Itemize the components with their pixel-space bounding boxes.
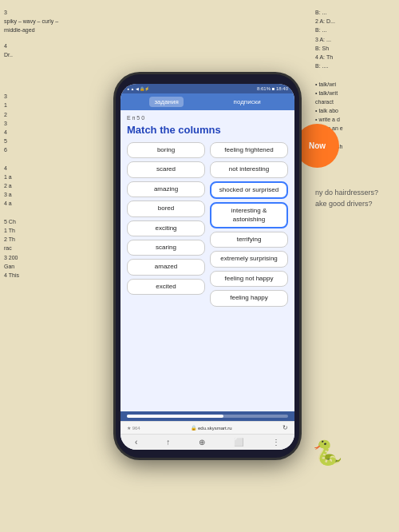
right-word-6[interactable]: extremely surprising bbox=[210, 251, 288, 267]
left-word-5[interactable]: exciting bbox=[127, 220, 205, 236]
snake-decoration: 🐍 bbox=[303, 420, 351, 484]
status-right: 8:61% ■ 18:40 bbox=[257, 86, 288, 91]
progress-area bbox=[120, 411, 294, 421]
tab-zadaniya[interactable]: задания bbox=[149, 97, 183, 107]
left-word-2[interactable]: scared bbox=[127, 161, 205, 177]
reload-icon[interactable]: ↻ bbox=[282, 424, 288, 431]
right-word-3[interactable]: shocked or surprised bbox=[210, 181, 288, 199]
left-word-3[interactable]: amazing bbox=[127, 181, 205, 197]
now-label: Now bbox=[309, 141, 326, 150]
progress-track bbox=[127, 415, 288, 418]
phone-device: ● ▲ ◀ 🔒⚡ 8:61% ■ 18:40 задания подписки … bbox=[116, 74, 299, 458]
left-column: boring scared amazing bored exciting sca… bbox=[127, 142, 205, 295]
share-button[interactable]: ↑ bbox=[166, 438, 170, 447]
lock-icon: 🔒 bbox=[191, 425, 196, 431]
right-word-1[interactable]: feeling frightened bbox=[210, 142, 288, 158]
url-text: 🔒 edu.skysmart.ru bbox=[191, 425, 232, 431]
star-rating: ★ 964 bbox=[127, 425, 140, 431]
url-domain: edu.skysmart.ru bbox=[198, 426, 232, 431]
left-word-4[interactable]: bored bbox=[127, 200, 205, 216]
left-word-8[interactable]: excited bbox=[127, 279, 205, 295]
phone-screen: ● ▲ ◀ 🔒⚡ 8:61% ■ 18:40 задания подписки … bbox=[120, 84, 294, 450]
page-label: Е п 5 0 bbox=[127, 115, 288, 121]
tab-podpiski[interactable]: подписки bbox=[229, 97, 266, 107]
right-word-4[interactable]: interesting & astonishing bbox=[210, 202, 288, 228]
tabs-button[interactable]: ⬜ bbox=[234, 438, 243, 447]
right-word-2[interactable]: not interesting bbox=[210, 161, 288, 177]
left-word-6[interactable]: scaring bbox=[127, 240, 205, 256]
now-badge: Now bbox=[295, 124, 339, 168]
right-column: feeling frightened not interesting shock… bbox=[210, 142, 288, 307]
left-word-7[interactable]: amazed bbox=[127, 259, 205, 275]
nav-bar: задания подписки bbox=[120, 93, 294, 110]
exercise-title: Match the columns bbox=[127, 124, 288, 136]
left-word-1[interactable]: boring bbox=[127, 142, 205, 158]
url-bar: ★ 964 🔒 edu.skysmart.ru ↻ bbox=[120, 421, 294, 434]
columns-container: boring scared amazing bored exciting sca… bbox=[127, 142, 288, 307]
add-button[interactable]: ⊕ bbox=[199, 438, 205, 447]
right-word-7[interactable]: feeling not happy bbox=[210, 271, 288, 287]
status-left: ● ▲ ◀ 🔒⚡ bbox=[127, 86, 149, 91]
right-word-5[interactable]: terrifying bbox=[210, 232, 288, 248]
main-content: Е п 5 0 Match the columns boring scared … bbox=[120, 110, 294, 411]
book-text-left: 3 spiky – wavy – curly – middle-aged 4 D… bbox=[0, 0, 72, 532]
status-bar: ● ▲ ◀ 🔒⚡ 8:61% ■ 18:40 bbox=[120, 84, 294, 93]
back-button[interactable]: ‹ bbox=[135, 438, 137, 447]
bottom-nav: ‹ ↑ ⊕ ⬜ ⋮ bbox=[120, 434, 294, 450]
progress-fill bbox=[127, 415, 223, 418]
menu-button[interactable]: ⋮ bbox=[272, 438, 280, 447]
right-word-8[interactable]: feeling happy bbox=[210, 290, 288, 306]
